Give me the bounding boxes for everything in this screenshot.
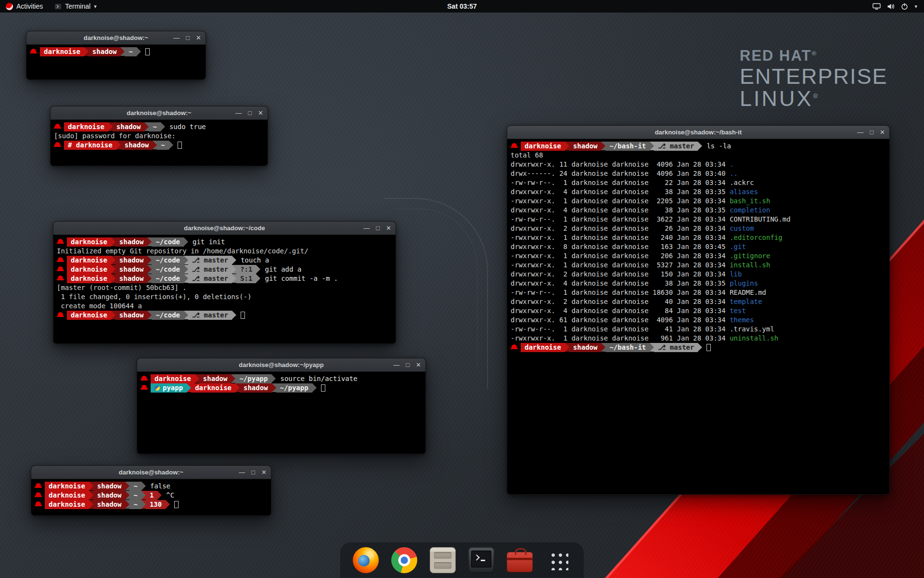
output-text: -rw-rw-r--. 1 darknoise darknoise 3622 J… — [511, 215, 730, 224]
close-button[interactable]: ✕ — [258, 110, 263, 116]
chevron-down-icon: ▾ — [914, 3, 917, 10]
output-text: drwxrwxr-x. 4 darknoise darknoise 38 Jan… — [511, 187, 730, 197]
terminal-window-bash-it[interactable]: darknoise@shadow:~/bash-it — □ ✕ darknoi… — [507, 125, 890, 495]
terminal-content[interactable]: darknoiseshadow~ — [26, 45, 205, 79]
firefox-icon — [353, 547, 379, 573]
output-text: -rw-rw-r--. 1 darknoise darknoise 22 Jan… — [511, 178, 730, 187]
window-titlebar[interactable]: darknoise@shadow:~/pyapp — □ ✕ — [137, 358, 425, 372]
redhat-prompt-icon — [35, 502, 42, 507]
terminal-window-pyapp[interactable]: darknoise@shadow:~/pyapp — □ ✕ darknoise… — [137, 358, 426, 454]
activities-button[interactable]: Activities — [0, 0, 49, 13]
output-line: -rw-rw-r--. 1 darknoise darknoise 3622 J… — [511, 215, 886, 224]
dock-item-toolbox[interactable] — [507, 547, 533, 573]
powerline-arrow-icon — [184, 311, 188, 319]
command-text: false — [146, 482, 170, 491]
files-icon — [430, 547, 456, 573]
minimize-button[interactable]: — — [393, 362, 399, 368]
file-name: .travis.yml — [730, 325, 774, 334]
prompt-segment-user: darknoise — [45, 491, 89, 500]
window-titlebar[interactable]: darknoise@shadow:~/bash-it — □ ✕ — [507, 126, 889, 139]
terminal-content[interactable]: darknoiseshadow~sudo true[sudo] password… — [51, 120, 268, 166]
file-name: CONTRIBUTING.md — [730, 215, 790, 224]
minimize-button[interactable]: — — [235, 110, 242, 116]
close-button[interactable]: ✕ — [386, 225, 391, 231]
close-button[interactable]: ✕ — [416, 362, 421, 368]
file-name: . — [730, 160, 733, 169]
prompt-segment-host: shadow — [93, 482, 126, 491]
powerline-arrow-icon — [232, 274, 236, 283]
dock-item-files[interactable] — [430, 547, 456, 573]
powerline-arrow-icon — [147, 274, 152, 283]
terminal-window-home-2[interactable]: darknoise@shadow:~ — □ ✕ darknoiseshadow… — [50, 106, 268, 166]
output-text: drwxrwxr-x. 4 darknoise darknoise 38 Jan… — [511, 279, 730, 288]
powerline-arrow-icon — [89, 500, 93, 509]
dock-item-chrome[interactable] — [391, 547, 417, 573]
window-titlebar[interactable]: darknoise@shadow:~ — □ ✕ — [26, 31, 205, 45]
redhat-prompt-icon — [57, 313, 64, 318]
output-text: -rwxrwxr-x. 1 darknoise darknoise 206 Ja… — [511, 251, 730, 261]
registered-mark: ® — [813, 92, 820, 100]
maximize-button[interactable]: □ — [376, 225, 380, 231]
maximize-button[interactable]: □ — [248, 110, 252, 116]
prompt-segment-host: shadow — [240, 383, 272, 393]
output-text: 1 file changed, 0 insertions(+), 0 delet… — [57, 292, 252, 302]
file-name: test — [730, 306, 746, 315]
maximize-button[interactable]: □ — [406, 362, 410, 368]
registered-mark: ® — [811, 50, 817, 57]
prompt-segment-user: darknoise — [67, 311, 111, 320]
output-line: drwxrwxr-x. 8 darknoise darknoise 163 Ja… — [511, 242, 886, 251]
minimize-button[interactable]: — — [173, 35, 180, 41]
window-titlebar[interactable]: darknoise@shadow:~ — □ ✕ — [31, 466, 271, 479]
maximize-button[interactable]: □ — [186, 35, 190, 41]
dock-item-firefox[interactable] — [353, 547, 379, 573]
prompt-segment-host: shadow — [116, 256, 148, 265]
output-text: drwxrwxr-x. 2 darknoise darknoise 26 Jan… — [511, 224, 730, 233]
dock-item-terminal[interactable] — [468, 547, 494, 573]
terminal-content[interactable]: darknoiseshadow~/pyappsource bin/activat… — [137, 372, 425, 454]
output-text: drwxrwxr-x. 11 darknoise darknoise 4096 … — [511, 160, 730, 169]
output-text: Initialized empty Git repository in /hom… — [57, 247, 308, 256]
output-line: drwxrwxr-x. 61 darknoise darknoise 4096 … — [511, 315, 886, 325]
rhel-wallpaper-logo: RED HAT® ENTERPRISE LINUX® — [740, 48, 888, 109]
minimize-button[interactable]: — — [857, 129, 863, 135]
close-button[interactable]: ✕ — [196, 35, 201, 41]
prompt-segment-path: ~/bash-it — [605, 343, 650, 352]
terminal-window-home-1[interactable]: darknoise@shadow:~ — □ ✕ darknoiseshadow… — [26, 31, 206, 80]
prompt-segment-path: ~/pyapp — [276, 383, 312, 393]
output-line: -rwxrwxr-x. 1 darknoise darknoise 961 Ja… — [511, 334, 886, 343]
prompt-line: darknoiseshadow~/pyappsource bin/activat… — [141, 374, 422, 383]
window-titlebar[interactable]: darknoise@shadow:~ — □ ✕ — [51, 106, 268, 120]
close-button[interactable]: ✕ — [261, 469, 267, 475]
terminal-window-code[interactable]: darknoise@shadow:~/code — □ ✕ darknoises… — [53, 221, 396, 344]
maximize-button[interactable]: □ — [251, 469, 255, 475]
dock-item-app-grid[interactable] — [545, 547, 571, 573]
powerline-arrow-icon — [565, 142, 569, 150]
maximize-button[interactable]: □ — [870, 129, 873, 135]
powerline-arrow-icon — [231, 374, 235, 383]
prompt-segment-path: ~ — [125, 47, 136, 56]
file-name: plugins — [730, 279, 758, 288]
window-titlebar[interactable]: darknoise@shadow:~/code — □ ✕ — [53, 222, 396, 235]
powerline-arrow-icon — [312, 383, 317, 392]
close-button[interactable]: ✕ — [880, 129, 885, 135]
output-line: drwxrwxr-x. 4 darknoise darknoise 38 Jan… — [511, 279, 886, 288]
system-status-area[interactable]: ▾ — [868, 0, 922, 13]
output-line: drwxrwxr-x. 2 darknoise darknoise 26 Jan… — [511, 224, 886, 233]
prompt-segment-host: shadow — [93, 491, 126, 500]
terminal-content[interactable]: darknoiseshadow~/codegit initInitialized… — [53, 235, 396, 343]
powerline-arrow-icon — [147, 256, 152, 264]
terminal-content[interactable]: darknoiseshadow~/bash-it⎇ masterls -lato… — [507, 139, 889, 494]
output-text: [sudo] password for darknoise: — [54, 131, 180, 141]
powerline-arrow-icon — [187, 383, 191, 392]
prompt-line: darknoiseshadow~/codegit init — [57, 237, 392, 247]
clock[interactable]: Sat 03:57 — [447, 0, 476, 13]
terminal-content[interactable]: darknoiseshadow~falsedarknoiseshadow~1^C… — [31, 479, 271, 515]
prompt-segment-venv: pyapp — [151, 383, 187, 393]
powerline-arrow-icon — [650, 142, 654, 150]
output-line: drwxrwxr-x. 4 darknoise darknoise 38 Jan… — [511, 206, 886, 215]
minimize-button[interactable]: — — [239, 469, 245, 475]
volume-icon — [887, 3, 895, 10]
terminal-window-home-3[interactable]: darknoise@shadow:~ — □ ✕ darknoiseshadow… — [31, 465, 271, 516]
app-menu-terminal[interactable]: Terminal ▾ — [49, 0, 102, 13]
minimize-button[interactable]: — — [363, 225, 370, 231]
